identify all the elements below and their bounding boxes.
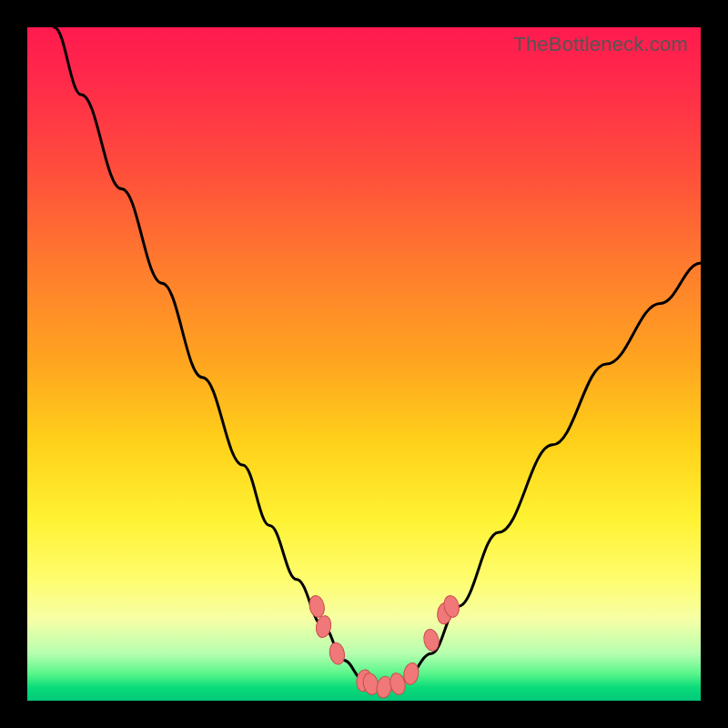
curve-layer [27,27,701,701]
data-marker [308,594,327,619]
marker-group [308,594,461,699]
data-marker [328,642,347,666]
chart-frame: TheBottleneck.com [0,0,728,728]
bottleneck-curve-path [55,27,701,687]
plot-area: TheBottleneck.com [27,27,701,701]
